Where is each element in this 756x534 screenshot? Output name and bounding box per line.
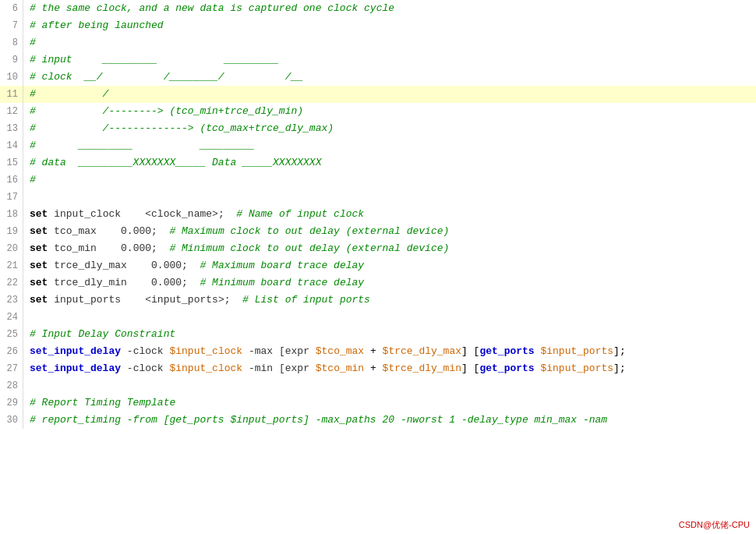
line-content: # Input Delay Constraint (23, 326, 756, 343)
line-number: 10 (0, 69, 23, 86)
line-content: # _________ _________ (23, 137, 756, 154)
line-content: # /-------------> (tco_max+trce_dly_max) (23, 120, 756, 137)
line-content (23, 189, 756, 206)
line-content: set input_clock <clock_name>; # Name of … (23, 206, 756, 223)
code-lines: 6# the same clock, and a new data is cap… (0, 0, 756, 429)
line-row: 23set input_ports <input_ports>; # List … (0, 292, 756, 309)
line-content: set tco_min 0.000; # Minimum clock to ou… (23, 240, 756, 257)
line-row: 13# /-------------> (tco_max+trce_dly_ma… (0, 120, 756, 137)
line-content: # the same clock, and a new data is capt… (23, 0, 756, 17)
line-number: 14 (0, 137, 23, 154)
line-number: 11 (0, 86, 23, 103)
line-row: 10# clock __/ /________/ /__ (0, 69, 756, 86)
line-content (23, 309, 756, 326)
line-row: 27set_input_delay -clock $input_clock -m… (0, 360, 756, 377)
line-row: 16# (0, 172, 756, 189)
line-row: 24 (0, 309, 756, 326)
line-row: 21set trce_dly_max 0.000; # Maximum boar… (0, 257, 756, 274)
line-content (23, 377, 756, 394)
line-content: set_input_delay -clock $input_clock -max… (23, 343, 756, 360)
line-row: 18set input_clock <clock_name>; # Name o… (0, 206, 756, 223)
line-number: 7 (0, 17, 23, 34)
line-row: 15# data _________XXXXXXX_____ Data ____… (0, 154, 756, 172)
line-number: 20 (0, 240, 23, 257)
line-content: # after being launched (23, 17, 756, 34)
line-content: # (23, 34, 756, 51)
line-number: 18 (0, 206, 23, 223)
line-number: 30 (0, 412, 23, 429)
line-row: 14# _________ _________ (0, 137, 756, 154)
line-number: 19 (0, 223, 23, 240)
line-number: 13 (0, 120, 23, 137)
line-number: 16 (0, 172, 23, 189)
line-content: # data _________XXXXXXX_____ Data _____X… (23, 154, 756, 172)
line-row: 11# / (0, 86, 756, 103)
line-content: # /--------> (tco_min+trce_dly_min) (23, 103, 756, 120)
line-number: 6 (0, 0, 23, 17)
line-content: # Report Timing Template (23, 394, 756, 412)
line-content: # input _________ _________ (23, 51, 756, 69)
line-row: 12# /--------> (tco_min+trce_dly_min) (0, 103, 756, 120)
line-number: 9 (0, 51, 23, 69)
line-row: 17 (0, 189, 756, 206)
line-number: 17 (0, 189, 23, 206)
line-number: 15 (0, 154, 23, 172)
line-number: 8 (0, 34, 23, 51)
line-content: # report_timing -from [get_ports $input_… (23, 412, 756, 429)
watermark: CSDN@优佬-CPU (679, 519, 750, 531)
line-number: 28 (0, 377, 23, 394)
line-row: 20set tco_min 0.000; # Minimum clock to … (0, 240, 756, 257)
line-content: # (23, 172, 756, 189)
line-number: 21 (0, 257, 23, 274)
code-editor: 6# the same clock, and a new data is cap… (0, 0, 756, 534)
line-content: set tco_max 0.000; # Maximum clock to ou… (23, 223, 756, 240)
line-number: 12 (0, 103, 23, 120)
line-row: 9# input _________ _________ (0, 51, 756, 69)
line-content: set trce_dly_max 0.000; # Maximum board … (23, 257, 756, 274)
line-content: set trce_dly_min 0.000; # Minimum board … (23, 274, 756, 292)
line-row: 22set trce_dly_min 0.000; # Minimum boar… (0, 274, 756, 292)
line-row: 25# Input Delay Constraint (0, 326, 756, 343)
line-row: 8# (0, 34, 756, 51)
line-content: # clock __/ /________/ /__ (23, 69, 756, 86)
line-number: 26 (0, 343, 23, 360)
line-number: 22 (0, 274, 23, 292)
line-content: set_input_delay -clock $input_clock -min… (23, 360, 756, 377)
line-row: 7# after being launched (0, 17, 756, 34)
line-number: 27 (0, 360, 23, 377)
line-number: 24 (0, 309, 23, 326)
line-content: # / (23, 86, 756, 103)
line-number: 25 (0, 326, 23, 343)
line-row: 28 (0, 377, 756, 394)
line-row: 26set_input_delay -clock $input_clock -m… (0, 343, 756, 360)
line-row: 29# Report Timing Template (0, 394, 756, 412)
line-row: 6# the same clock, and a new data is cap… (0, 0, 756, 17)
line-number: 23 (0, 292, 23, 309)
line-content: set input_ports <input_ports>; # List of… (23, 292, 756, 309)
line-number: 29 (0, 394, 23, 412)
line-row: 19set tco_max 0.000; # Maximum clock to … (0, 223, 756, 240)
line-row: 30# report_timing -from [get_ports $inpu… (0, 412, 756, 429)
